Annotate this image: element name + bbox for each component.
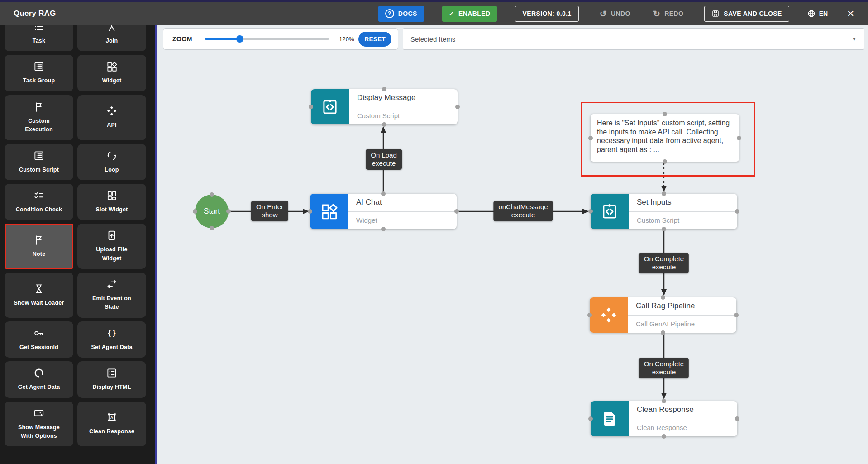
- key-icon: [33, 327, 45, 339]
- connector-dot[interactable]: [661, 330, 665, 335]
- sidebar-item-label: Display HTML: [92, 383, 131, 392]
- connector-dot[interactable]: [662, 191, 666, 196]
- sidebar-item-label: Widget: [102, 77, 122, 85]
- connector-dot[interactable]: [193, 209, 197, 214]
- connector-dot[interactable]: [381, 227, 386, 231]
- sidebar-item-label: Slot Widget: [96, 206, 128, 214]
- close-icon[interactable]: ✕: [847, 9, 854, 18]
- connector-dot[interactable]: [735, 209, 739, 214]
- sidebar-item-note[interactable]: Note: [5, 224, 73, 269]
- enabled-toggle-button[interactable]: ✓ ENABLED: [442, 6, 497, 22]
- page-title: Query RAG: [14, 9, 56, 18]
- connector-dot[interactable]: [381, 191, 386, 196]
- language-selector[interactable]: EN: [807, 10, 828, 18]
- widget-icon: [106, 61, 118, 72]
- flow-canvas[interactable]: ZOOM 120% RESET Selected Items ▼ Start H…: [157, 25, 868, 464]
- undo-icon: ↺: [600, 10, 607, 18]
- task-group-icon: [33, 150, 45, 162]
- node-display-message[interactable]: Display MessageCustom Script: [311, 89, 458, 124]
- connector-dot[interactable]: [588, 209, 593, 214]
- connector-dot[interactable]: [588, 416, 593, 421]
- connector-dot[interactable]: [454, 209, 459, 214]
- connector-dot[interactable]: [662, 227, 666, 231]
- sidebar-item-emit-event-on-state[interactable]: Emit Event on State: [77, 273, 146, 318]
- sidebar-item-condition-check[interactable]: Condition Check: [5, 184, 73, 220]
- sidebar-item-slot-widget[interactable]: Slot Widget: [77, 184, 146, 220]
- connector-dot[interactable]: [226, 209, 231, 214]
- connector-dot[interactable]: [661, 295, 665, 300]
- node-clean-response[interactable]: Clean ResponseClean Response: [591, 401, 737, 436]
- sidebar-item-task-group[interactable]: Task Group: [5, 55, 73, 91]
- connector-lines: [157, 25, 868, 464]
- braces-icon: { }: [106, 327, 118, 339]
- node-start[interactable]: Start: [195, 195, 229, 228]
- globe-icon: [807, 10, 816, 18]
- sidebar-item-label: Emit Event on State: [86, 294, 137, 312]
- node-title: Call Rag Pipeline: [628, 297, 736, 316]
- connector-dot[interactable]: [587, 313, 592, 317]
- widget-icon: [310, 194, 348, 229]
- sidebar-item-get-sessionid[interactable]: Get SessionId: [5, 321, 73, 358]
- connector-dot[interactable]: [382, 87, 386, 91]
- save-and-close-button[interactable]: SAVE AND CLOSE: [704, 6, 789, 22]
- redo-button[interactable]: ↻ REDO: [651, 6, 685, 22]
- sidebar-item-show-message-with-options[interactable]: Show Message With Options: [5, 402, 73, 447]
- connector-dot[interactable]: [734, 313, 739, 317]
- redo-icon: ↻: [653, 10, 660, 18]
- sidebar-item-api[interactable]: API: [77, 95, 146, 140]
- help-icon: ?: [385, 9, 394, 18]
- connector-dot[interactable]: [663, 159, 667, 164]
- connector-dot[interactable]: [382, 122, 386, 127]
- node-ai-chat[interactable]: AI ChatWidget: [310, 194, 457, 229]
- node-call-rag-pipeline[interactable]: Call Rag PipelineCall GenAI Pipeline: [590, 297, 736, 333]
- hourglass-icon: [33, 283, 45, 295]
- sidebar-item-custom-execution[interactable]: Custom Execution: [5, 95, 73, 140]
- node-palette-sidebar: TaskJoinTask GroupWidgetCustom Execution…: [0, 25, 155, 464]
- sidebar-item-set-agent-data[interactable]: { }Set Agent Data: [77, 321, 146, 358]
- edge-label-on-complete-execute-1[interactable]: On Complete execute: [639, 253, 689, 273]
- sidebar-item-label: Get SessionId: [19, 343, 58, 352]
- sidebar-item-custom-script[interactable]: Custom Script: [5, 144, 73, 180]
- node-set-inputs[interactable]: Set InputsCustom Script: [591, 194, 737, 229]
- document-icon: [591, 401, 629, 436]
- sidebar-item-show-wait-loader[interactable]: Show Wait Loader: [5, 273, 73, 318]
- sidebar-item-widget[interactable]: Widget: [77, 55, 146, 91]
- swap-arrows-icon: [106, 278, 118, 290]
- sidebar-item-label: Custom Script: [19, 166, 59, 174]
- connector-dot[interactable]: [309, 105, 313, 109]
- note-node[interactable]: Here is "Set Inputs" custom script, sett…: [591, 114, 739, 162]
- connector-dot[interactable]: [663, 112, 667, 116]
- task-group-icon: [33, 61, 45, 72]
- slot-widget-icon: [106, 190, 118, 201]
- connector-dot[interactable]: [662, 399, 666, 403]
- edge-label-on-complete-execute-2[interactable]: On Complete execute: [639, 358, 689, 378]
- sidebar-item-join[interactable]: Join: [77, 25, 146, 51]
- edge-label-onchatmessage-execute[interactable]: onChatMessage execute: [493, 201, 553, 221]
- connector-dot[interactable]: [662, 434, 666, 439]
- edge-label-on-enter-show[interactable]: On Enter show: [251, 201, 288, 221]
- edge-label-on-load-execute[interactable]: On Load execute: [366, 149, 402, 170]
- node-subtitle: Call GenAI Pipeline: [628, 316, 736, 333]
- check-icon: ✓: [449, 10, 454, 17]
- connector-dot[interactable]: [737, 136, 741, 140]
- sidebar-item-label: Set Agent Data: [91, 343, 132, 352]
- connector-dot[interactable]: [210, 192, 214, 197]
- sidebar-item-loop[interactable]: Loop: [77, 144, 146, 180]
- node-title: AI Chat: [348, 194, 457, 212]
- connector-dot[interactable]: [588, 136, 593, 140]
- connector-dot[interactable]: [308, 209, 312, 214]
- sidebar-item-get-agent-data[interactable]: Get Agent Data: [5, 361, 73, 397]
- sidebar-item-upload-file-widget[interactable]: Upload File Widget: [77, 224, 146, 269]
- undo-button[interactable]: ↺ UNDO: [598, 6, 632, 22]
- task-group-icon: [106, 367, 118, 379]
- sidebar-item-display-html[interactable]: Display HTML: [77, 361, 146, 397]
- docs-button[interactable]: ? DOCS: [378, 6, 424, 22]
- sidebar-item-clean-response[interactable]: AClean Response: [77, 402, 146, 447]
- api-icon: [590, 297, 628, 333]
- connector-dot[interactable]: [735, 416, 739, 421]
- connector-dot[interactable]: [210, 226, 214, 230]
- sidebar-item-label: Custom Execution: [14, 117, 64, 134]
- node-subtitle: Clean Response: [629, 419, 737, 437]
- sidebar-item-task[interactable]: Task: [5, 25, 73, 51]
- connector-dot[interactable]: [455, 105, 460, 109]
